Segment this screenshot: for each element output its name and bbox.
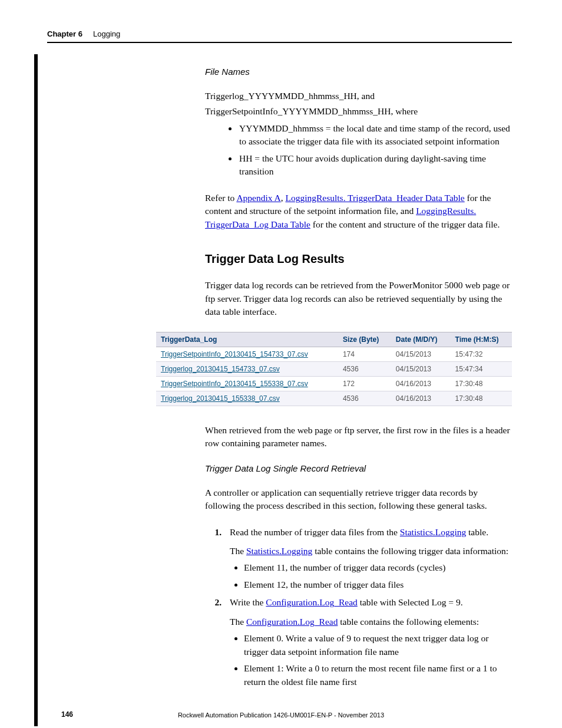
pattern-line-2: TriggerSetpointInfo_YYYYMMDD_hhmmss_HH, …	[205, 105, 512, 118]
statistics-logging-link[interactable]: Statistics.Logging	[246, 546, 312, 556]
list-item: Element 1: Write a 0 to return the most …	[244, 662, 512, 689]
text: The	[230, 546, 246, 556]
cell: 15:47:34	[451, 361, 512, 376]
trigger-data-table: TriggerData_Log Size (Byte) Date (M/D/Y)…	[156, 332, 512, 406]
step-1: Read the number of trigger data files fr…	[224, 526, 512, 592]
step-2: Write the Configuration.Log_Read table w…	[224, 596, 512, 689]
page-header: Chapter 6 Logging	[47, 29, 512, 43]
step-1-sub: The Statistics.Logging table contains th…	[230, 545, 512, 558]
cell: 04/15/2013	[391, 361, 451, 376]
text: The	[230, 617, 246, 627]
refer-paragraph: Refer to Appendix A, LoggingResults. Tri…	[205, 192, 512, 231]
pattern-line-1: Triggerlog_YYYYMMDD_hhmmss_HH, and	[205, 90, 512, 103]
cell: 17:30:48	[451, 391, 512, 406]
pattern-bullets: YYYMMDD_hhmmss = the local date and time…	[238, 122, 512, 179]
footer-publication: Rockwell Automation Publication 1426-UM0…	[0, 711, 562, 719]
col-header-date: Date (M/D/Y)	[391, 332, 451, 347]
cell: 172	[338, 376, 391, 391]
cell: 15:47:32	[451, 347, 512, 361]
col-header-time: Time (H:M:S)	[451, 332, 512, 347]
file-link[interactable]: Triggerlog_20130415_154733_07.csv	[156, 361, 338, 376]
list-item: YYYMMDD_hhmmss = the local date and time…	[238, 122, 512, 149]
text: Write the	[230, 597, 266, 607]
chapter-label: Chapter 6	[47, 29, 82, 38]
file-link[interactable]: Triggerlog_20130415_155338_07.csv	[156, 391, 338, 406]
table-row: Triggerlog_20130415_154733_07.csv 4536 0…	[156, 361, 512, 376]
file-link[interactable]: TriggerSetpointInfo_20130415_155338_07.c…	[156, 376, 338, 391]
text: table contains the following elements:	[338, 617, 479, 627]
list-item: Element 11, the number of trigger data r…	[244, 561, 512, 574]
cell: 17:30:48	[451, 376, 512, 391]
list-item: Element 0. Write a value of 9 to request…	[244, 632, 512, 658]
col-header-name: TriggerData_Log	[156, 332, 338, 347]
step-2-bullets: Element 0. Write a value of 9 to request…	[244, 632, 512, 689]
text: table contains the following trigger dat…	[312, 546, 508, 556]
header-table-link[interactable]: LoggingResults. TriggerData_Header Data …	[285, 193, 464, 203]
file-link[interactable]: TriggerSetpointInfo_20130415_154733_07.c…	[156, 347, 338, 361]
cell: 04/16/2013	[391, 376, 451, 391]
list-item: Element 12, the number of trigger data f…	[244, 578, 512, 591]
steps-list: Read the number of trigger data files fr…	[224, 526, 512, 689]
appendix-a-link[interactable]: Appendix A	[236, 193, 280, 203]
list-item: HH = the UTC hour avoids duplication dur…	[238, 152, 512, 179]
config-log-read-link[interactable]: Configuration.Log_Read	[246, 617, 338, 627]
text: table.	[466, 527, 488, 537]
config-log-read-link[interactable]: Configuration.Log_Read	[266, 597, 357, 607]
page-saddle	[34, 54, 38, 726]
results-heading: Trigger Data Log Results	[205, 252, 512, 266]
cell: 4536	[338, 391, 391, 406]
cell: 4536	[338, 361, 391, 376]
statistics-logging-link[interactable]: Statistics.Logging	[400, 527, 466, 537]
text: table with Selected Log = 9.	[358, 597, 463, 607]
text: Read the number of trigger data files fr…	[230, 527, 400, 537]
single-record-heading: Trigger Data Log Single Record Retrieval	[205, 463, 512, 473]
step-1-bullets: Element 11, the number of trigger data r…	[244, 561, 512, 591]
table-row: TriggerSetpointInfo_20130415_154733_07.c…	[156, 347, 512, 361]
text: for the content and structure of the tri…	[310, 219, 500, 229]
step-2-sub: The Configuration.Log_Read table contain…	[230, 615, 512, 628]
table-row: TriggerSetpointInfo_20130415_155338_07.c…	[156, 376, 512, 391]
cell: 04/16/2013	[391, 391, 451, 406]
cell: 174	[338, 347, 391, 361]
chapter-title: Logging	[93, 29, 120, 38]
file-names-heading: File Names	[205, 67, 512, 77]
cell: 04/15/2013	[391, 347, 451, 361]
col-header-size: Size (Byte)	[338, 332, 391, 347]
results-intro: Trigger data log records can be retrieve…	[205, 279, 512, 318]
text: Refer to	[205, 193, 236, 203]
single-intro: A controller or application can sequenti…	[205, 486, 512, 513]
after-table-para: When retrieved from the web page or ftp …	[205, 424, 512, 450]
table-row: Triggerlog_20130415_155338_07.csv 4536 0…	[156, 391, 512, 406]
